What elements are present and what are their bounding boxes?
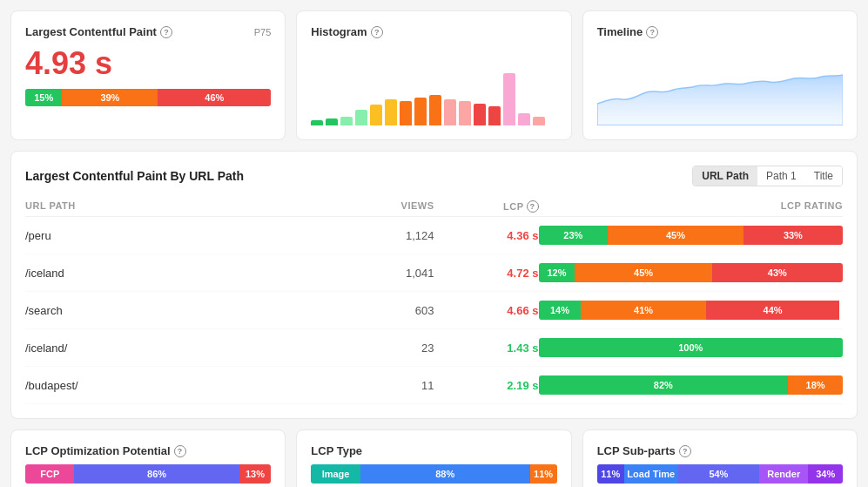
tab-path1[interactable]: Path 1 xyxy=(757,166,805,186)
timeline-info-icon[interactable]: ? xyxy=(646,26,658,38)
row-rating-bar: 82%18% xyxy=(539,375,844,395)
lcp-subparts-info-icon[interactable]: ? xyxy=(679,445,691,457)
timeline-card: Timeline ? xyxy=(582,10,858,140)
row-path: /peru xyxy=(25,229,330,242)
histogram-bar xyxy=(311,120,323,125)
row-rating-bar: 12%45%43% xyxy=(539,263,844,282)
rating-segment: 23% xyxy=(539,226,609,245)
histogram-bar xyxy=(326,118,338,125)
table-row[interactable]: /budapest/ 11 2.19 s 82%18% xyxy=(25,367,843,404)
sub-seg-render: Render xyxy=(759,464,808,484)
lcp-type-card: LCP Type Image 88% 11% xyxy=(296,430,571,487)
rating-segment: 44% xyxy=(706,301,840,320)
rating-segment: 41% xyxy=(581,301,705,320)
timeline-container xyxy=(597,38,843,125)
table-row[interactable]: /iceland 1,041 4.72 s 12%45%43% xyxy=(25,254,843,292)
rating-segment: 45% xyxy=(608,226,744,245)
sub-seg-loadtime: Load Time xyxy=(624,464,678,484)
lcp-badge: P75 xyxy=(254,27,272,37)
histogram-bar xyxy=(370,105,382,125)
lcp-subparts-title: LCP Sub-parts xyxy=(597,444,676,457)
timeline-title: Timeline xyxy=(597,25,643,38)
lcp-type-bar: Image 88% 11% xyxy=(311,464,556,484)
histogram-bar xyxy=(474,104,486,125)
lcp-seg-green: 15% xyxy=(25,89,62,106)
lcp-subparts-bar: 11% Load Time 54% Render 34% xyxy=(597,464,843,484)
type-seg-image: Image xyxy=(311,464,360,484)
rating-segment: 100% xyxy=(539,338,844,357)
row-views: 603 xyxy=(330,304,434,317)
lcp-seg-orange: 39% xyxy=(62,89,158,106)
lcp-col-info-icon[interactable]: ? xyxy=(527,200,539,213)
rating-segment: 18% xyxy=(788,375,843,395)
lcp-value: 4.93 s xyxy=(25,45,271,82)
row-rating-bar: 23%45%33% xyxy=(539,226,844,245)
type-seg-11: 11% xyxy=(530,464,557,484)
lcp-card: Largest Contentful Paint ? P75 4.93 s 15… xyxy=(10,10,286,140)
tab-url-path[interactable]: URL Path xyxy=(693,166,757,186)
row-lcp: 4.66 s xyxy=(434,304,539,317)
lcp-table-title: Largest Contentful Paint By URL Path xyxy=(25,169,244,183)
sub-seg-34: 34% xyxy=(808,464,843,484)
row-rating-bar: 14%41%44% xyxy=(539,301,844,320)
row-path: /iceland xyxy=(25,267,330,280)
timeline-svg xyxy=(597,56,843,125)
histogram-bar xyxy=(533,117,545,125)
row-path: /search xyxy=(25,304,330,317)
histogram-bar xyxy=(340,117,353,125)
histogram-bar xyxy=(429,95,441,125)
lcp-subparts-card: LCP Sub-parts ? 11% Load Time 54% Render… xyxy=(582,430,858,487)
lcp-type-title: LCP Type xyxy=(311,444,362,457)
histogram-info-icon[interactable]: ? xyxy=(371,26,383,38)
opt-seg-86: 86% xyxy=(74,464,239,484)
lcp-progress-bar: 15% 39% 46% xyxy=(25,89,271,106)
row-views: 11 xyxy=(330,379,434,392)
lcp-optimization-title: LCP Optimization Potential xyxy=(25,444,171,457)
table-rows-container: /peru 1,124 4.36 s 23%45%33% /iceland 1,… xyxy=(25,217,843,404)
row-path: /iceland/ xyxy=(25,342,330,355)
lcp-table-header: Largest Contentful Paint By URL Path URL… xyxy=(25,166,843,186)
table-row[interactable]: /search 603 4.66 s 14%41%44% xyxy=(25,292,843,329)
lcp-optimization-card: LCP Optimization Potential ? FCP 86% 13% xyxy=(10,430,286,487)
lcp-seg-red: 46% xyxy=(158,89,271,106)
histogram-bar xyxy=(503,73,515,125)
tab-title[interactable]: Title xyxy=(805,166,842,186)
row-views: 1,041 xyxy=(330,267,434,280)
opt-seg-13: 13% xyxy=(239,464,272,484)
row-lcp: 2.19 s xyxy=(434,379,539,392)
histogram-bar xyxy=(355,110,367,125)
lcp-table-card: Largest Contentful Paint By URL Path URL… xyxy=(10,151,858,419)
bottom-row: LCP Optimization Potential ? FCP 86% 13%… xyxy=(10,430,858,487)
opt-seg-fcp: FCP xyxy=(25,464,74,484)
row-views: 23 xyxy=(330,342,434,355)
lcp-optimization-info-icon[interactable]: ? xyxy=(174,445,186,457)
lcp-optimization-bar: FCP 86% 13% xyxy=(25,464,271,484)
sub-seg-11: 11% xyxy=(597,464,624,484)
lcp-info-icon[interactable]: ? xyxy=(160,26,172,38)
rating-segment: 43% xyxy=(712,263,843,282)
row-rating-bar: 100% xyxy=(539,338,844,357)
sub-seg-54: 54% xyxy=(678,464,759,484)
histogram-title: Histogram xyxy=(311,25,367,38)
row-lcp: 4.72 s xyxy=(434,267,539,280)
rating-segment: 45% xyxy=(575,263,711,282)
col-url-path: URL PATH xyxy=(25,200,330,213)
col-lcp: LCP ? xyxy=(434,200,539,213)
row-lcp: 1.43 s xyxy=(434,342,539,355)
histogram-bar xyxy=(385,99,397,125)
histogram-bar xyxy=(518,113,530,125)
histogram-bar xyxy=(488,106,501,125)
rating-segment: 33% xyxy=(744,226,843,245)
table-row[interactable]: /peru 1,124 4.36 s 23%45%33% xyxy=(25,217,843,254)
table-row[interactable]: /iceland/ 23 1.43 s 100% xyxy=(25,329,843,367)
lcp-card-title: Largest Contentful Paint xyxy=(25,25,157,38)
rating-segment: 82% xyxy=(539,375,789,395)
col-lcp-rating: LCP RATING xyxy=(539,200,844,213)
histogram-bar xyxy=(400,101,412,125)
row-lcp: 4.36 s xyxy=(434,229,539,242)
type-seg-88: 88% xyxy=(360,464,530,484)
histogram-bar xyxy=(444,99,456,125)
histogram-card: Histogram ? xyxy=(296,10,571,140)
histogram-container xyxy=(311,38,556,125)
rating-segment: 12% xyxy=(539,263,575,282)
